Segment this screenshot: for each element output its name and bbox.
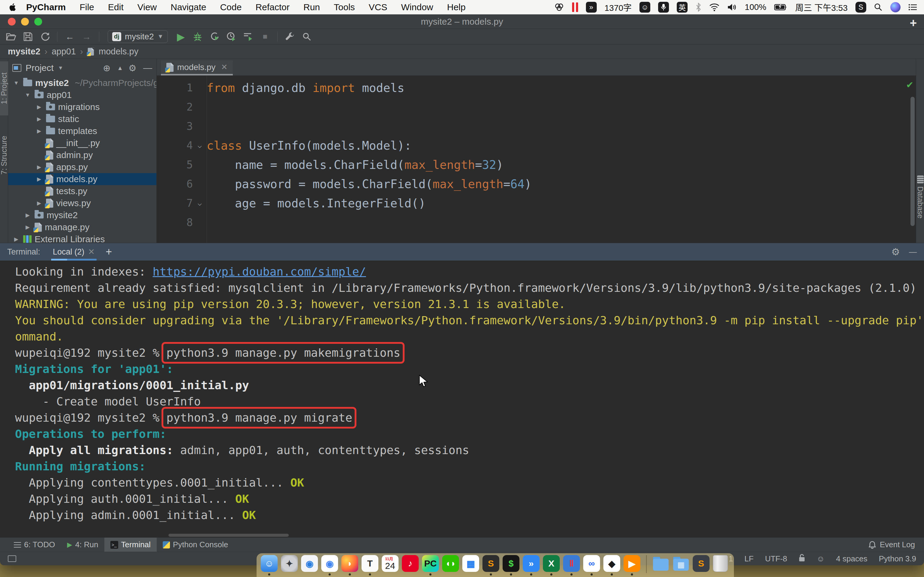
clock-label[interactable]: 周三 下午3:53 — [795, 1, 848, 13]
file-encoding[interactable]: UTF-8 — [765, 554, 787, 564]
dock-finder-icon[interactable]: ☺ — [261, 555, 278, 572]
dock-folder-documents-icon[interactable] — [653, 555, 669, 572]
dock-excel-icon[interactable]: X — [543, 555, 560, 572]
sync-icon[interactable] — [38, 31, 52, 43]
dock-tv-app-icon[interactable]: ▶ — [624, 555, 640, 572]
tree-item-mysite2[interactable]: ▼mysite2~/PycharmProjects/gx — [8, 77, 157, 89]
tree-collapsed-arrow-icon[interactable]: ▶ — [24, 224, 32, 230]
fold-marker-icon[interactable]: ⌵ — [193, 199, 207, 207]
battery-icon[interactable] — [774, 3, 787, 11]
dock-tie-app-icon[interactable]: ◆ — [603, 555, 620, 572]
dock-safari-icon[interactable]: ◉ — [301, 555, 318, 572]
run-coverage-button[interactable] — [208, 31, 221, 43]
dingtalk-menubar-icon[interactable]: » — [586, 2, 597, 13]
menu-window[interactable]: Window — [394, 0, 440, 15]
tree-collapsed-arrow-icon[interactable]: ▶ — [24, 212, 32, 219]
battery-percent-label[interactable]: 100% — [745, 2, 766, 12]
dock-typora-icon[interactable]: T — [362, 555, 378, 572]
spotlight-icon[interactable] — [874, 3, 882, 11]
tree-collapsed-arrow-icon[interactable]: ▶ — [12, 236, 20, 243]
line-separator[interactable]: LF — [745, 554, 753, 564]
menu-pycharm[interactable]: PyCharm — [19, 0, 73, 15]
tree-item-manage-py[interactable]: ▶manage.py — [8, 221, 157, 233]
tree-collapsed-arrow-icon[interactable]: ▶ — [35, 164, 43, 171]
tree-collapsed-arrow-icon[interactable]: ▶ — [35, 116, 43, 122]
lock-icon[interactable] — [799, 554, 805, 564]
debug-button[interactable] — [191, 31, 205, 43]
terminal-settings-gear-icon[interactable]: ⚙ — [891, 246, 900, 258]
menu-help[interactable]: Help — [440, 0, 473, 15]
code-line[interactable]: 5 name = models.CharField(max_length=32) — [157, 155, 916, 174]
breadcrumb-item-app01[interactable]: app01 — [52, 47, 76, 56]
search-everywhere-icon[interactable] — [300, 31, 314, 43]
tree-item-views-py[interactable]: ▶views.py — [8, 197, 157, 209]
collapse-all-icon[interactable]: ▲ — [117, 64, 122, 71]
emoji-input-icon[interactable]: ☺ — [640, 2, 650, 13]
pause-icon[interactable] — [572, 2, 578, 12]
dock-sublime-text-icon[interactable]: S — [483, 555, 499, 572]
word-count-label[interactable]: 1370字 — [604, 1, 632, 13]
tree-expanded-arrow-icon[interactable]: ▼ — [24, 92, 32, 98]
toolwindow-button-terminal[interactable]: >_Terminal — [104, 538, 157, 552]
pypi-link[interactable]: https://pypi.douban.com/simple/ — [153, 265, 366, 278]
tree-collapsed-arrow-icon[interactable]: ▶ — [35, 176, 43, 182]
dock-launchpad-icon[interactable]: ✦ — [281, 555, 298, 572]
toolwindow-database-button[interactable]: Database — [916, 158, 924, 236]
apple-menu-icon[interactable] — [9, 3, 17, 12]
bluetooth-icon[interactable] — [695, 3, 701, 12]
dock-cloud-drive-icon[interactable]: ∞ — [583, 555, 600, 572]
code-line[interactable]: 1from django.db import models — [157, 78, 916, 97]
menu-run[interactable]: Run — [297, 0, 327, 15]
profiler-button[interactable] — [225, 31, 238, 43]
tree-item-templates[interactable]: ▶templates — [8, 125, 157, 137]
dock-trash-icon[interactable] — [713, 555, 730, 572]
menu-edit[interactable]: Edit — [101, 0, 131, 15]
locate-file-icon[interactable]: ⊕ — [103, 63, 110, 73]
dock-firefox-icon[interactable]: ◗ — [341, 555, 358, 572]
indent-setting[interactable]: 4 spaces — [836, 554, 867, 564]
toolwindow-button-4-run[interactable]: ▶4: Run — [61, 538, 104, 552]
hide-panel-icon[interactable]: — — [143, 63, 152, 73]
dock-pycharm-icon[interactable]: PC — [422, 555, 439, 572]
tree-item-admin-py[interactable]: admin.py — [8, 149, 157, 161]
code-line[interactable]: 8 — [157, 213, 916, 232]
code-line[interactable]: 3 — [157, 117, 916, 136]
wrench-icon[interactable] — [283, 31, 297, 43]
hide-terminal-icon[interactable]: — — [909, 247, 917, 257]
tree-collapsed-arrow-icon[interactable]: ▶ — [35, 128, 43, 134]
tree-expanded-arrow-icon[interactable]: ▼ — [12, 80, 20, 86]
dock-calendar-icon[interactable]: 11月24 — [382, 555, 399, 572]
overlapping-circles-icon[interactable] — [554, 3, 564, 12]
menu-vcs[interactable]: VCS — [362, 0, 394, 15]
tree-item-tests-py[interactable]: tests.py — [8, 185, 157, 197]
dock-chrome-icon[interactable]: ◉ — [321, 555, 338, 572]
editor-tab-models-py[interactable]: models.py ✕ — [161, 60, 233, 76]
new-terminal-session-icon[interactable]: + — [106, 245, 112, 258]
tree-item-external-libraries[interactable]: ▶External Libraries — [8, 233, 157, 243]
menu-file[interactable]: File — [73, 0, 101, 15]
dock-netease-music-icon[interactable]: ♪ — [402, 555, 419, 572]
code-line[interactable]: 4⌵class UserInfo(models.Model): — [157, 136, 916, 155]
concurrency-diagram-button[interactable] — [241, 31, 255, 43]
dock-folder-windows-icon[interactable]: ▦ — [672, 555, 690, 572]
run-configuration-select[interactable]: dj mysite2 ▼ — [108, 31, 168, 43]
tree-item-models-py[interactable]: ▶models.py — [8, 173, 157, 185]
inspections-ok-icon[interactable]: ✔ — [907, 78, 913, 90]
tree-item-mysite2[interactable]: ▶mysite2 — [8, 209, 157, 221]
forward-icon[interactable]: → — [80, 31, 94, 43]
dock-parallels-icon[interactable]: ‖ — [563, 555, 580, 572]
dock-terminal-icon[interactable]: $ — [502, 555, 519, 572]
tree-collapsed-arrow-icon[interactable]: ▶ — [35, 200, 43, 206]
menu-refactor[interactable]: Refactor — [249, 0, 296, 15]
dock-keynote-icon[interactable]: ▦ — [462, 555, 479, 572]
open-folder-icon[interactable] — [4, 31, 18, 43]
mic-icon[interactable] — [658, 2, 669, 13]
wifi-icon[interactable] — [709, 3, 719, 11]
close-tab-icon[interactable]: ✕ — [221, 63, 228, 72]
terminal-tab-local[interactable]: Local (2) ✕ — [51, 243, 97, 261]
toolwindow-button-python-console[interactable]: Python Console — [157, 538, 234, 552]
terminal-hscrollbar[interactable] — [168, 534, 289, 537]
python-interpreter[interactable]: Python 3.9 — [879, 554, 916, 564]
volume-icon[interactable] — [727, 3, 737, 11]
tree-item-apps-py[interactable]: ▶apps.py — [8, 161, 157, 173]
